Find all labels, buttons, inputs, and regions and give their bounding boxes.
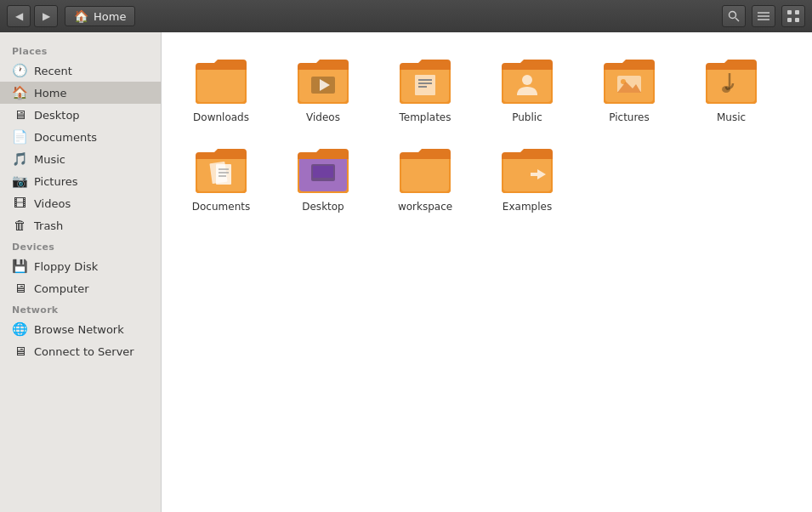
back-button[interactable]: ◀ (7, 5, 31, 27)
sidebar-item-pictures-label: Pictures (34, 175, 77, 188)
sidebar-item-desktop-label: Desktop (34, 109, 80, 122)
main-layout: Places 🕐 Recent 🏠 Home 🖥 Desktop 📄 Docum… (0, 32, 812, 512)
folder-icon-workspace (398, 145, 452, 196)
folder-icon-public (500, 56, 554, 106)
svg-rect-21 (216, 164, 231, 185)
sidebar-item-pictures[interactable]: 📷 Pictures (0, 170, 161, 192)
sidebar-item-browse-network[interactable]: 🌐 Browse Network (0, 318, 161, 340)
svg-point-19 (722, 86, 730, 93)
folder-icon-documents (194, 145, 248, 196)
file-item-videos[interactable]: Videos (276, 49, 370, 130)
sidebar-item-home[interactable]: 🏠 Home (0, 82, 161, 104)
file-item-documents[interactable]: Documents (174, 139, 268, 219)
svg-rect-8 (795, 18, 799, 22)
sidebar-item-recent-label: Recent (34, 65, 72, 77)
list-view-icon (758, 11, 769, 21)
computer-icon: 🖥 (12, 281, 27, 296)
sidebar-item-music-label: Music (34, 153, 65, 166)
folder-icon-templates (398, 56, 452, 106)
file-label-templates: Templates (399, 111, 451, 123)
sidebar-item-connect-server[interactable]: 🖥 Connect to Server (0, 340, 161, 362)
connect-server-icon: 🖥 (12, 344, 27, 359)
search-button[interactable] (722, 5, 746, 27)
file-item-public[interactable]: Public (480, 49, 574, 130)
titlebar: ◀ ▶ 🏠 Home (0, 0, 812, 32)
file-item-downloads[interactable]: Downloads (174, 49, 268, 130)
file-label-documents: Documents (192, 201, 250, 213)
network-section-label: Network (0, 299, 161, 318)
folder-icon-downloads (194, 56, 248, 106)
sidebar-item-recent[interactable]: 🕐 Recent (0, 60, 161, 82)
file-label-desktop: Desktop (302, 201, 344, 213)
sidebar-item-music[interactable]: 🎵 Music (0, 148, 161, 170)
home-location-icon: 🏠 (74, 9, 88, 23)
svg-rect-5 (787, 10, 792, 14)
svg-rect-6 (795, 10, 799, 14)
view-button[interactable] (752, 5, 775, 27)
videos-icon: 🎞 (12, 196, 27, 211)
file-item-music[interactable]: Music (684, 49, 778, 130)
file-item-examples[interactable]: Examples (480, 139, 574, 219)
places-section-label: Places (0, 41, 161, 60)
svg-point-15 (522, 75, 532, 85)
folder-icon-desktop (296, 145, 350, 196)
file-item-pictures[interactable]: Pictures (582, 49, 676, 130)
folder-icon-music (704, 56, 758, 106)
sidebar: Places 🕐 Recent 🏠 Home 🖥 Desktop 📄 Docum… (0, 32, 162, 512)
sidebar-item-home-label: Home (34, 87, 66, 100)
sidebar-item-browse-network-label: Browse Network (34, 323, 124, 336)
sidebar-item-floppy-label: Floppy Disk (34, 260, 98, 273)
sidebar-item-videos[interactable]: 🎞 Videos (0, 192, 161, 214)
file-label-videos: Videos (306, 111, 340, 123)
apps-icon (787, 10, 799, 22)
sidebar-item-floppy[interactable]: 💾 Floppy Disk (0, 255, 161, 277)
file-item-templates[interactable]: Templates (378, 49, 472, 130)
sidebar-item-computer[interactable]: 🖥 Computer (0, 277, 161, 299)
file-label-examples: Examples (503, 201, 552, 213)
svg-rect-26 (313, 166, 333, 178)
svg-point-0 (730, 12, 736, 19)
music-icon: 🎵 (12, 151, 27, 167)
file-area: Downloads Videos Templates Public (162, 32, 812, 512)
forward-button[interactable]: ▶ (34, 5, 58, 27)
file-label-pictures: Pictures (609, 111, 650, 123)
pictures-icon: 📷 (12, 174, 27, 189)
file-label-workspace: workspace (398, 201, 452, 213)
documents-icon: 📄 (12, 129, 27, 145)
svg-rect-7 (787, 18, 792, 22)
home-icon: 🏠 (12, 85, 27, 100)
location-bar[interactable]: 🏠 Home (65, 6, 135, 26)
location-text: Home (94, 10, 126, 23)
apps-button[interactable] (781, 5, 805, 27)
folder-icon-pictures (602, 56, 656, 106)
svg-rect-11 (415, 75, 435, 95)
sidebar-item-trash[interactable]: 🗑 Trash (0, 214, 161, 236)
file-label-downloads: Downloads (193, 111, 249, 123)
file-item-desktop[interactable]: Desktop (276, 139, 370, 219)
trash-icon: 🗑 (12, 218, 27, 233)
sidebar-item-documents[interactable]: 📄 Documents (0, 126, 161, 148)
svg-line-1 (735, 18, 739, 21)
folder-icon-examples (500, 145, 554, 196)
file-label-public: Public (512, 111, 542, 123)
sidebar-item-documents-label: Documents (34, 131, 97, 144)
file-item-workspace[interactable]: workspace (378, 139, 472, 219)
browse-network-icon: 🌐 (12, 321, 27, 337)
sidebar-item-desktop[interactable]: 🖥 Desktop (0, 104, 161, 126)
folder-icon-videos (296, 56, 350, 106)
sidebar-item-videos-label: Videos (34, 197, 71, 210)
search-icon (728, 10, 740, 22)
desktop-icon: 🖥 (12, 107, 27, 122)
floppy-icon: 💾 (12, 259, 27, 274)
recent-icon: 🕐 (12, 63, 27, 78)
sidebar-item-computer-label: Computer (34, 282, 89, 295)
sidebar-item-trash-label: Trash (34, 219, 63, 232)
sidebar-item-connect-server-label: Connect to Server (34, 345, 134, 358)
file-label-music: Music (717, 111, 746, 123)
devices-section-label: Devices (0, 236, 161, 255)
file-grid: Downloads Videos Templates Public (174, 49, 799, 219)
